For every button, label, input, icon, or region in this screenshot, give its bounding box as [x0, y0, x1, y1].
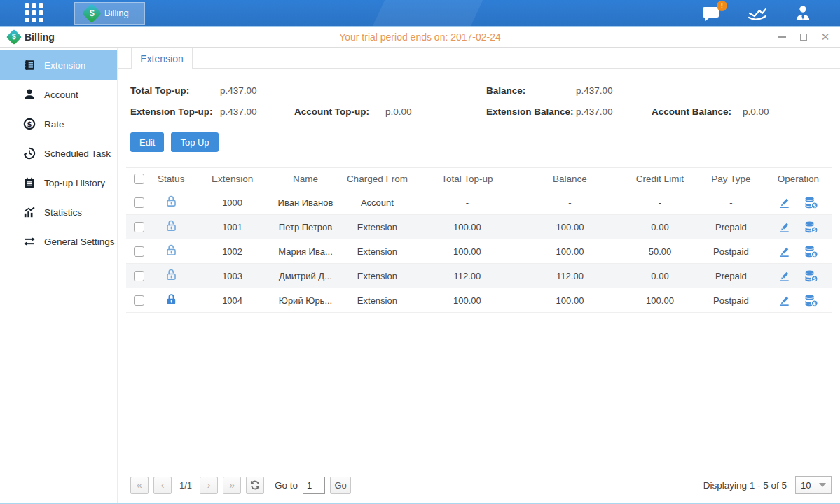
minimize-button[interactable] [777, 32, 787, 42]
table-row: 1004 Юрий Юрь... Extension 100.00 100.00… [126, 288, 832, 313]
sidebar: Extension Account $ Rate [0, 48, 118, 503]
page-size-select[interactable]: 10 [795, 476, 832, 494]
top-up-row-icon[interactable]: $ [804, 220, 818, 234]
status-unlocked-icon[interactable] [165, 268, 178, 281]
top-up-row-icon[interactable]: $ [804, 294, 818, 307]
select-all-checkbox[interactable] [134, 174, 144, 184]
svg-text:$: $ [813, 251, 817, 258]
main-content: Extension Total Top-up: p.437.00 Balance… [118, 48, 840, 503]
extension-table-container: Status Extension Name Charged From Total… [118, 152, 840, 313]
sidebar-item-label: Scheduled Task [44, 148, 111, 159]
top-up-row-icon[interactable]: $ [804, 245, 818, 258]
cell-balance: 100.00 [517, 239, 623, 264]
column-header-total-top-up: Total Top-up [418, 168, 518, 190]
summary-value: p.0.00 [743, 106, 840, 117]
trial-notice: Your trial period ends on: 2017-02-24 [0, 31, 840, 43]
notifications-chat-icon[interactable]: ! [702, 5, 721, 22]
extension-table-body: 1000 Иван Иванов Account - - - - $ [126, 190, 832, 313]
edit-row-icon[interactable] [778, 220, 791, 234]
cell-balance: 112.00 [517, 264, 623, 288]
sidebar-item-account[interactable]: Account [0, 80, 117, 109]
tab-extension[interactable]: Extension [131, 48, 193, 69]
row-checkbox[interactable] [134, 295, 144, 306]
cell-pay-type: - [697, 190, 764, 215]
cell-balance: 100.00 [517, 288, 623, 313]
cell-name: Мария Ива... [274, 239, 337, 264]
cell-charged-from: Extension [337, 239, 417, 264]
status-unlocked-icon[interactable] [165, 219, 178, 232]
top-up-row-icon[interactable]: $ [804, 270, 818, 283]
cell-total-top-up: 100.00 [418, 288, 518, 313]
table-row: 1000 Иван Иванов Account - - - - $ [126, 190, 832, 215]
edit-row-icon[interactable] [778, 294, 791, 307]
first-page-button[interactable]: « [130, 477, 149, 494]
table-row: 1003 Дмитрий Д... Extension 112.00 112.0… [126, 264, 832, 288]
sidebar-item-topup-history[interactable]: Top-up History [0, 168, 117, 197]
edit-button[interactable]: Edit [130, 132, 164, 152]
column-header-extension: Extension [191, 168, 273, 190]
column-header-operation: Operation [765, 168, 832, 190]
go-button[interactable]: Go [330, 477, 351, 494]
cell-credit-limit: 100.00 [623, 288, 697, 313]
app-launcher-icon[interactable] [25, 4, 44, 23]
cell-total-top-up: - [418, 190, 518, 215]
cell-name: Дмитрий Д... [274, 264, 337, 288]
summary-value: p.437.00 [220, 106, 294, 117]
cell-credit-limit: 0.00 [623, 215, 697, 239]
cell-balance: 100.00 [517, 215, 623, 239]
cell-charged-from: Account [337, 190, 417, 215]
next-page-button[interactable]: › [200, 477, 218, 494]
summary-label: Account Top-up: [294, 106, 385, 117]
window-title-bar: $ Billing Your trial period ends on: 201… [0, 27, 840, 48]
top-up-row-icon[interactable]: $ [804, 196, 818, 209]
edit-row-icon[interactable] [778, 245, 791, 258]
row-checkbox[interactable] [134, 271, 144, 281]
top-up-button[interactable]: Top Up [171, 132, 218, 152]
balance-summary: Total Top-up: p.437.00 Balance: p.437.00… [118, 69, 840, 117]
sidebar-item-general-settings[interactable]: General Settings [0, 227, 117, 256]
row-checkbox[interactable] [134, 246, 144, 257]
cell-name: Петр Петров [274, 215, 337, 239]
summary-value: p.437.00 [576, 106, 652, 117]
window-title: $ Billing [8, 31, 55, 43]
svg-text:$: $ [813, 227, 817, 233]
row-checkbox[interactable] [134, 222, 144, 232]
page-size-value: 10 [801, 480, 811, 491]
row-checkbox[interactable] [134, 197, 144, 208]
edit-row-icon[interactable] [778, 270, 791, 283]
pagination-bar: « ‹ 1/1 › » Go to Go [118, 472, 840, 503]
cell-pay-type: Prepaid [697, 264, 764, 288]
sidebar-item-label: Account [44, 90, 78, 100]
refresh-button[interactable] [246, 477, 264, 494]
extension-table: Status Extension Name Charged From Total… [126, 167, 832, 313]
maximize-button[interactable] [799, 32, 808, 42]
page-indicator: 1/1 [177, 480, 195, 491]
edit-row-icon[interactable] [778, 196, 791, 209]
cell-charged-from: Extension [337, 215, 417, 239]
sidebar-item-rate[interactable]: $ Rate [0, 109, 117, 139]
sidebar-item-statistics[interactable]: Statistics [0, 197, 117, 227]
summary-value: p.437.00 [220, 85, 294, 96]
cell-charged-from: Extension [337, 288, 417, 313]
summary-label: Total Top-up: [130, 85, 220, 96]
goto-page-input[interactable] [303, 477, 325, 494]
sidebar-item-scheduled-task[interactable]: Scheduled Task [0, 139, 117, 168]
sidebar-item-label: General Settings [44, 237, 115, 247]
displaying-range-text: Displaying 1 - 5 of 5 [703, 480, 787, 491]
previous-page-button[interactable]: ‹ [153, 477, 172, 494]
cell-credit-limit: 0.00 [623, 264, 697, 288]
status-unlocked-icon[interactable] [165, 195, 178, 208]
billing-app-tab[interactable]: $ Billing [74, 2, 145, 24]
cell-total-top-up: 112.00 [418, 264, 518, 288]
svg-text:$: $ [813, 300, 817, 307]
status-unlocked-icon[interactable] [165, 244, 178, 257]
last-page-button[interactable]: » [223, 477, 241, 494]
cell-total-top-up: 100.00 [418, 215, 518, 239]
close-button[interactable]: ✕ [820, 32, 830, 42]
status-locked-icon[interactable] [165, 293, 178, 306]
sidebar-item-extension[interactable]: Extension [0, 50, 117, 80]
user-account-icon[interactable] [794, 4, 812, 22]
resource-monitor-icon[interactable] [748, 5, 767, 22]
notification-badge: ! [717, 1, 727, 11]
sidebar-item-label: Extension [44, 60, 85, 71]
